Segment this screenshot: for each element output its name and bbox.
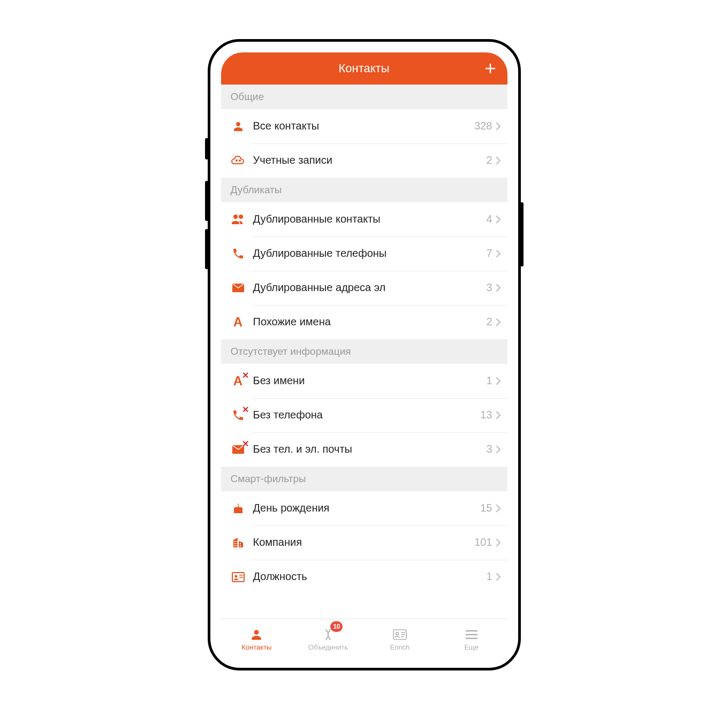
row-label: Без телефона [253, 409, 481, 421]
row-similar-names[interactable]: A Похожие имена 2 [221, 305, 507, 339]
row-count: 101 [474, 536, 492, 548]
side-button [205, 181, 208, 221]
svg-point-7 [234, 575, 237, 577]
chevron-right-icon [496, 318, 501, 326]
svg-point-1 [239, 159, 241, 162]
people-icon [231, 212, 246, 227]
hamburger-icon [464, 627, 479, 642]
row-count: 3 [486, 281, 492, 294]
row-all-contacts[interactable]: Все контакты 328 [221, 109, 507, 143]
tab-bar: Контакты 10 Объединить Enrich Еще [221, 619, 507, 657]
chevron-right-icon [496, 284, 501, 292]
phone-frame: Контакты Общие Все контакты 328 [208, 39, 521, 670]
screen: Контакты Общие Все контакты 328 [221, 52, 507, 657]
row-duplicate-phones[interactable]: Дублированные телефоны 7 [221, 237, 507, 271]
svg-point-3 [239, 215, 243, 219]
chevron-right-icon [496, 445, 501, 454]
row-count: 15 [480, 502, 492, 514]
person-icon [249, 627, 264, 642]
svg-point-0 [236, 159, 238, 162]
chevron-right-icon [496, 504, 501, 513]
row-label: Без имени [253, 375, 487, 387]
tab-label: Объединить [308, 643, 348, 651]
cloud-group-icon [231, 153, 246, 168]
mail-icon [231, 280, 246, 295]
row-count: 2 [486, 154, 492, 166]
row-company[interactable]: Компания 101 [221, 525, 507, 560]
tab-label: Еще [464, 643, 478, 651]
tab-more[interactable]: Еще [436, 619, 507, 657]
row-duplicate-emails[interactable]: Дублированные адреса эл 3 [221, 271, 507, 305]
row-label: Похожие имена [253, 316, 487, 328]
id-card-icon [231, 569, 246, 584]
building-icon [231, 535, 246, 550]
row-label: Все контакты [253, 120, 475, 132]
chevron-right-icon [496, 377, 501, 385]
row-count: 2 [486, 316, 492, 328]
row-birthday[interactable]: День рождения 15 [221, 491, 507, 525]
plus-icon [484, 62, 497, 75]
chevron-right-icon [496, 411, 501, 420]
phone-icon [231, 246, 246, 261]
section-header-smart-filters: Смарт-фильтры [221, 467, 507, 491]
section-header-general: Общие [221, 85, 507, 109]
row-count: 1 [486, 375, 492, 387]
person-icon [231, 119, 246, 134]
row-count: 3 [486, 443, 492, 455]
content-list[interactable]: Общие Все контакты 328 [221, 85, 507, 619]
phone-x-icon: ✕ [231, 408, 246, 423]
row-no-phone-email[interactable]: ✕ Без тел. и эл. почты 3 [221, 432, 507, 467]
row-count: 4 [486, 213, 492, 225]
chevron-right-icon [496, 249, 501, 258]
enrich-icon [392, 627, 407, 642]
tab-label: Контакты [241, 643, 271, 651]
row-label: Компания [253, 536, 475, 548]
chevron-right-icon [496, 156, 501, 165]
row-accounts[interactable]: Учетные записи 2 [221, 143, 507, 178]
mail-x-icon: ✕ [231, 442, 246, 457]
chevron-right-icon [496, 538, 501, 547]
row-job-title[interactable]: Должность 1 [221, 560, 507, 594]
row-label: Дублированные контакты [253, 213, 487, 225]
page-title: Контакты [338, 62, 389, 75]
letter-a-icon: A [231, 315, 246, 330]
add-button[interactable] [484, 62, 497, 75]
chevron-right-icon [496, 573, 501, 581]
row-no-name[interactable]: A✕ Без имени 1 [221, 364, 507, 398]
chevron-right-icon [496, 215, 501, 224]
row-label: Дублированные адреса эл [253, 281, 487, 294]
row-label: Должность [253, 570, 487, 583]
app-header: Контакты [221, 52, 507, 85]
cake-icon [231, 501, 246, 516]
row-count: 13 [480, 409, 492, 421]
row-count: 328 [474, 120, 492, 132]
tab-enrich[interactable]: Enrich [364, 619, 436, 657]
letter-a-x-icon: A✕ [231, 373, 246, 388]
section-header-duplicates: Дубликаты [221, 178, 507, 202]
row-count: 1 [486, 570, 492, 583]
row-label: Учетные записи [253, 154, 487, 166]
section-header-missing-info: Отсутствует информация [221, 339, 507, 364]
side-button [520, 202, 524, 266]
side-button [205, 229, 208, 269]
row-duplicate-contacts[interactable]: Дублированные контакты 4 [221, 202, 507, 237]
tab-badge: 10 [330, 621, 343, 632]
row-label: День рождения [253, 502, 481, 514]
svg-point-2 [233, 215, 238, 219]
chevron-right-icon [496, 122, 501, 131]
svg-point-9 [396, 632, 398, 635]
row-count: 7 [486, 247, 492, 260]
side-button [205, 138, 208, 159]
row-label: Дублированные телефоны [253, 247, 487, 260]
tab-merge[interactable]: 10 Объединить [292, 619, 364, 657]
tab-label: Enrich [390, 643, 410, 651]
row-no-phone[interactable]: ✕ Без телефона 13 [221, 398, 507, 432]
row-label: Без тел. и эл. почты [253, 443, 487, 455]
tab-contacts[interactable]: Контакты [221, 619, 293, 657]
